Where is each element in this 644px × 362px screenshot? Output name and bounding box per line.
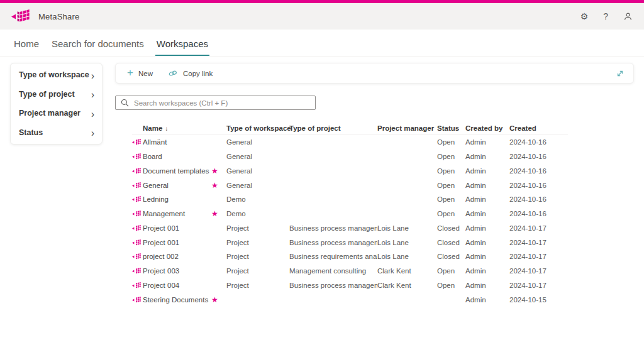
cell-created-by: Admin (465, 224, 509, 232)
cell-type-of-workspace: Project (226, 267, 289, 275)
cell-created-by: Admin (465, 167, 509, 175)
cell-created: 2024-10-17 (509, 253, 553, 260)
workspace-cube-icon (132, 167, 143, 175)
cell-created: 2024-10-16 (509, 167, 553, 175)
metashare-logo[interactable]: MetaShare (11, 8, 79, 25)
profile-icon[interactable] (623, 12, 633, 21)
favorite-star-icon: ★ (211, 182, 226, 189)
tab-search-for-documents[interactable]: Search for documents (50, 38, 145, 56)
favorite-star-icon: ★ (211, 167, 226, 175)
column-header-type-of-workspace[interactable]: Type of workspace (226, 124, 289, 132)
filter-project-manager[interactable]: Project manager › (11, 104, 102, 123)
table-row[interactable]: Project 001 Project Business process man… (132, 221, 568, 236)
filter-type-of-project[interactable]: Type of project › (11, 85, 102, 104)
cell-status: Open (437, 167, 465, 175)
workspace-name[interactable]: Allmänt (143, 138, 211, 146)
column-header-created-by[interactable]: Created by (465, 124, 509, 132)
tab-home[interactable]: Home (13, 38, 40, 56)
cell-created-by: Admin (465, 210, 509, 217)
workspace-name[interactable]: Board (143, 153, 211, 160)
workspaces-table: Name↓ Type of workspace Type of project … (115, 122, 568, 307)
cell-status: Open (437, 267, 465, 275)
new-button[interactable]: + New (127, 69, 153, 78)
table-row[interactable]: Board General Open Admin 2024-10-16 (132, 150, 568, 164)
workspace-cube-icon (132, 182, 143, 189)
workspace-name[interactable]: project 002 (143, 253, 211, 260)
table-row[interactable]: Project 004 Project Business process man… (132, 278, 568, 293)
workspace-name[interactable]: Management (143, 210, 211, 217)
cell-project-manager: Lois Lane (377, 239, 437, 246)
cell-created: 2024-10-16 (509, 138, 553, 146)
column-header-created[interactable]: Created (509, 124, 553, 132)
cell-type-of-workspace: General (226, 167, 289, 175)
cell-type-of-workspace: Project (226, 253, 289, 260)
column-header-project-manager[interactable]: Project manager (377, 124, 437, 132)
chevron-right-icon: › (91, 70, 94, 80)
cell-type-of-project: Business process management (289, 239, 377, 246)
cell-created-by: Admin (465, 195, 509, 203)
table-row[interactable]: Management ★ Demo Open Admin 2024-10-16 (132, 207, 568, 221)
workspace-name[interactable]: Ledning (143, 195, 211, 203)
table-row[interactable]: Allmänt General Open Admin 2024-10-16 (132, 135, 568, 150)
table-body: Allmänt General Open Admin 2024-10-16 Bo… (132, 135, 568, 307)
copy-link-button[interactable]: Copy link (168, 69, 213, 77)
column-header-name[interactable]: Name↓ (143, 124, 211, 132)
cell-type-of-project: Business process management (289, 224, 377, 232)
workspace-name[interactable]: Project 001 (143, 239, 211, 246)
tab-workspaces[interactable]: Workspaces (155, 38, 209, 56)
cell-status: Open (437, 195, 465, 203)
workspace-cube-icon (132, 239, 143, 246)
app-title: MetaShare (38, 12, 79, 21)
filter-type-of-workspace[interactable]: Type of workspace › (11, 65, 102, 85)
workspace-cube-icon (132, 138, 143, 146)
settings-gear-icon[interactable]: ⚙ (580, 12, 589, 21)
workspace-cube-icon (132, 195, 143, 203)
workspace-name[interactable]: Steering Documents (143, 296, 211, 304)
workspace-cube-icon (132, 153, 143, 160)
column-header-status[interactable]: Status (437, 124, 465, 132)
expand-fullscreen-button[interactable] (616, 69, 625, 78)
cell-type-of-workspace: Project (226, 224, 289, 232)
cell-created: 2024-10-17 (509, 224, 553, 232)
cell-created: 2024-10-16 (509, 210, 553, 217)
column-header-type-of-project[interactable]: Type of project (289, 124, 377, 132)
filter-panel: Type of workspace › Type of project › Pr… (10, 63, 103, 145)
main-navigation: Home Search for documents Workspaces (0, 30, 644, 57)
cell-project-manager: Lois Lane (377, 224, 437, 232)
table-row[interactable]: Ledning Demo Open Admin 2024-10-16 (132, 192, 568, 207)
cell-status: Closed (437, 239, 465, 246)
workspace-name[interactable]: Document templates (143, 167, 211, 175)
workspace-cube-icon (132, 296, 143, 304)
search-input[interactable] (134, 99, 310, 107)
cell-type-of-workspace: General (226, 138, 289, 146)
cell-created-by: Admin (465, 296, 509, 304)
workspace-name[interactable]: General (143, 182, 211, 189)
cell-type-of-project: Business requirements analysis (289, 253, 377, 260)
cell-type-of-workspace: General (226, 153, 289, 160)
chevron-right-icon: › (91, 127, 94, 138)
cell-status: Open (437, 138, 465, 146)
table-row[interactable]: project 002 Project Business requirement… (132, 250, 568, 264)
cell-status: Open (437, 210, 465, 217)
workspace-cube-icon (132, 224, 143, 232)
help-icon[interactable]: ? (603, 12, 608, 21)
plus-icon: + (127, 67, 133, 78)
table-row[interactable]: Steering Documents ★ Admin 2024-10-15 (132, 292, 568, 307)
workspace-search (115, 96, 316, 110)
workspace-name[interactable]: Project 001 (143, 224, 211, 232)
table-row[interactable]: General ★ General Open Admin 2024-10-16 (132, 178, 568, 192)
app-header: MetaShare ⚙ ? (0, 3, 644, 30)
cell-type-of-workspace: Demo (226, 195, 289, 203)
workspace-name[interactable]: Project 004 (143, 282, 211, 289)
filter-status[interactable]: Status › (11, 123, 102, 143)
cell-project-manager: Lois Lane (377, 253, 437, 260)
table-row[interactable]: Document templates ★ General Open Admin … (132, 164, 568, 178)
table-row[interactable]: Project 003 Project Management consultin… (132, 264, 568, 278)
table-row[interactable]: Project 001 Project Business process man… (132, 235, 568, 250)
cell-created: 2024-10-17 (509, 239, 553, 246)
cell-created-by: Admin (465, 153, 509, 160)
link-icon (168, 69, 178, 77)
metashare-cube-icon (11, 8, 33, 25)
workspace-cube-icon (132, 210, 143, 217)
workspace-name[interactable]: Project 003 (143, 267, 211, 275)
